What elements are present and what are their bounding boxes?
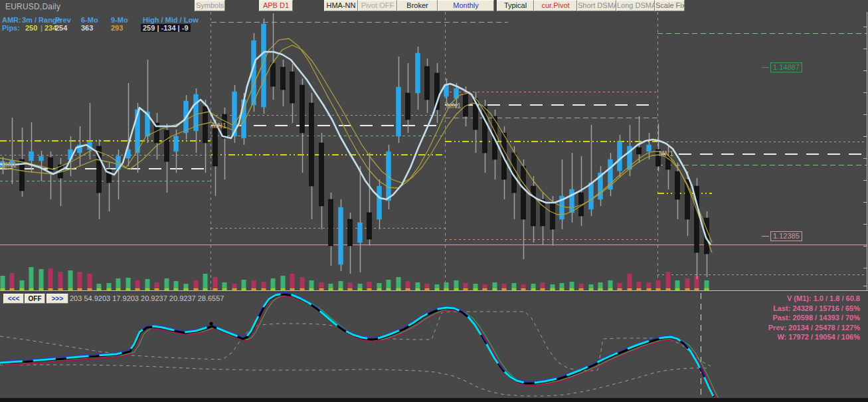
volume-bar [48, 268, 53, 290]
volume-tick [39, 288, 44, 290]
volume-tick [348, 288, 353, 290]
info-row2-cell-7: 259 | -134 | -9 [141, 24, 191, 32]
volume-tick [570, 288, 574, 290]
volume-tick [184, 288, 189, 290]
volume-bar [1, 276, 5, 290]
forward-button[interactable]: >>> [46, 294, 68, 304]
volume-tick [512, 288, 517, 290]
chart-background [0, 0, 868, 402]
volume-bar [126, 278, 131, 290]
volume-tick [88, 288, 92, 290]
volume-tick [10, 288, 15, 290]
volume-tick [329, 288, 333, 290]
price-label-1-14887: 1.14887 [770, 62, 802, 72]
candle-bearish [281, 67, 286, 90]
volume-tick [78, 288, 82, 290]
info-row2-cell-2: | [41, 24, 43, 32]
candle-bearish [675, 171, 680, 199]
candle-bearish [551, 203, 555, 229]
stats-line-1: Last: 24328 / 15716 / 65% [768, 304, 860, 314]
volume-tick [618, 288, 622, 290]
volume-bar [666, 272, 671, 290]
volume-tick [126, 288, 131, 290]
volume-tick [666, 288, 671, 290]
volume-tick [319, 288, 324, 290]
info-row2-cell-4: 254 [55, 24, 67, 32]
volume-tick [290, 288, 295, 290]
volume-bar [203, 274, 208, 290]
volume-tick [589, 288, 594, 290]
volume-bar [88, 274, 92, 290]
volume-tick [203, 288, 208, 290]
volume-tick [675, 288, 680, 290]
candle-bullish [589, 183, 594, 209]
volume-tick [416, 288, 420, 290]
volume-tick [387, 288, 391, 290]
volume-tick [628, 288, 632, 290]
toolbar-button-symbols[interactable]: Symbols [195, 0, 225, 11]
toolbar-button-apb-d1[interactable]: APB D1 [259, 0, 293, 11]
candle-bearish [483, 106, 487, 153]
toolbar-button-long-dsma[interactable]: Long DSMA [616, 0, 655, 11]
candle-bullish [377, 186, 382, 219]
volume-bar [213, 277, 218, 290]
toolbar-button-scale-fix[interactable]: Scale Fix [655, 0, 685, 11]
volume-tick [107, 288, 112, 290]
toolbar-button-pivot-off[interactable]: Pivot OFF [358, 0, 397, 11]
stats-line-3: Prev: 20134 / 25478 / 127% [768, 323, 860, 333]
candle-bearish [271, 63, 276, 86]
volume-tick [656, 288, 661, 290]
candle-bearish [464, 93, 468, 116]
candle-bearish [425, 66, 430, 100]
mn1-pivot-label: MN1 [212, 122, 226, 130]
volume-tick [647, 288, 651, 290]
volume-tick [483, 288, 487, 290]
volume-tick [474, 288, 478, 290]
price-label-dash [762, 67, 769, 68]
candle-bearish [165, 130, 169, 161]
volume-bar [281, 276, 286, 290]
volume-tick [464, 288, 468, 290]
volume-tick [116, 288, 121, 290]
info-row2-cell-1: 250 [25, 24, 37, 32]
mt4-chart-window: EURUSD,Daily AMR:3m / RangePrev6-Mo9-MoH… [0, 0, 868, 402]
toolbar-button-broker[interactable]: Broker [397, 0, 438, 11]
volume-tick [521, 288, 526, 290]
toolbar-button-cur-pivot[interactable]: cur.Pivot [534, 0, 577, 11]
volume-tick [502, 288, 507, 290]
volume-bar [58, 272, 63, 290]
price-label-dash [762, 236, 769, 237]
price-label-1-12385: 1.12385 [770, 231, 802, 241]
volume-tick [29, 288, 34, 290]
volume-tick [598, 288, 603, 290]
volume-tick [454, 288, 459, 290]
toolbar-button-short-dsma[interactable]: Short DSMA [577, 0, 616, 11]
info-row1-cell-0: AMR: [2, 16, 21, 24]
info-row1-cell-2: Prev [55, 16, 71, 24]
volume-tick [58, 288, 63, 290]
volume-tick [281, 288, 286, 290]
toolbar-button-hma-nn[interactable]: HMA-NN [324, 0, 358, 11]
volume-tick [242, 288, 246, 290]
volume-bar [300, 277, 305, 290]
price-chart-canvas[interactable] [0, 0, 868, 402]
stats-line-2: Past: 20598 / 14393 / 70% [768, 313, 860, 323]
toolbar-button-monthly[interactable]: Monthly [438, 0, 494, 11]
volume-tick [145, 288, 150, 290]
volume-tick [637, 288, 642, 290]
candle-bearish [406, 93, 410, 120]
candle-bullish [174, 136, 179, 151]
info-row2-cell-6: 293 [111, 24, 123, 32]
rewind-button[interactable]: <<< [3, 294, 24, 304]
volume-tick [425, 288, 430, 290]
volume-tick [493, 288, 497, 290]
candle-bullish [416, 53, 420, 93]
candle-bullish [339, 207, 343, 264]
toolbar-button-typical[interactable]: Typical [497, 0, 534, 11]
info-row2-cell-5: 363 [81, 24, 93, 32]
candle-bearish [213, 126, 218, 166]
off-button[interactable]: OFF [25, 294, 45, 304]
volume-tick [367, 288, 372, 290]
candle-bullish [570, 189, 574, 213]
candle-bearish [541, 199, 545, 226]
